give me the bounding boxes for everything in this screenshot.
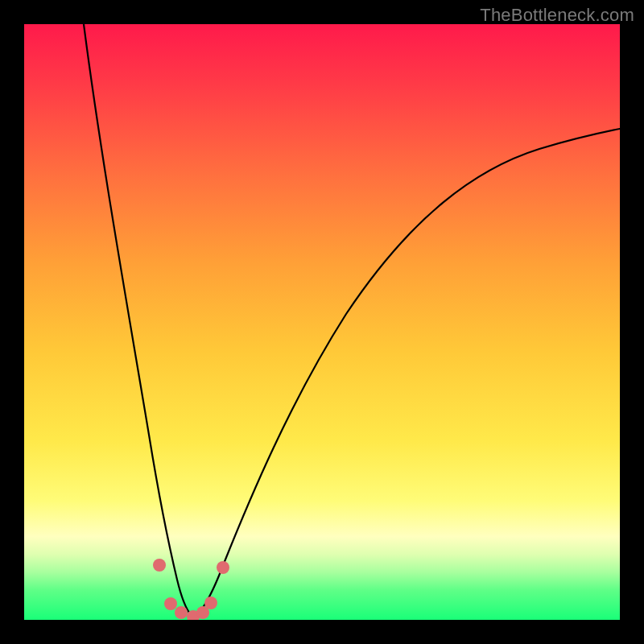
marker-dot xyxy=(204,597,217,609)
marker-dot xyxy=(175,606,188,619)
plot-area xyxy=(24,24,620,620)
watermark-text: TheBottleneck.com xyxy=(480,5,634,26)
marker-dot xyxy=(153,559,166,572)
marker-dot xyxy=(164,597,177,610)
curve-left-branch xyxy=(84,24,193,617)
curve-right-branch xyxy=(193,129,620,617)
marker-dot xyxy=(217,561,229,574)
bottleneck-curve xyxy=(24,24,620,620)
